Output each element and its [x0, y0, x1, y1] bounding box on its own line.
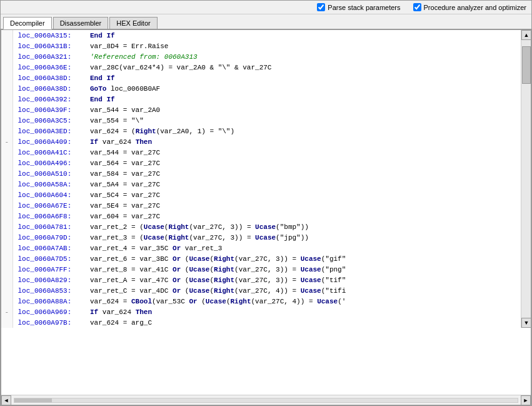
proc-analyzer-checkbox[interactable]: [413, 3, 421, 11]
gutter-cell: [1, 51, 13, 62]
code-cell: var_624 = CBool(var_53C Or (Ucase(Right(…: [88, 296, 521, 307]
scrollbar-x[interactable]: ◄ ►: [1, 395, 531, 405]
gutter-cell: [1, 179, 13, 190]
table-row: loc_0060A88A: var_624 = CBool(var_53C Or…: [1, 296, 521, 307]
gutter-cell: [1, 30, 13, 41]
gutter-cell: [1, 147, 13, 158]
code-cell: var_584 = var_27C: [88, 168, 521, 179]
addr-cell: loc_0060A36E:: [13, 62, 88, 73]
scroll-x-track[interactable]: [14, 398, 518, 403]
code-cell: var_ret_C = var_4DC Or (Ucase(Right(var_…: [88, 285, 521, 296]
table-row: -loc_0060A969:If var_624 Then: [1, 307, 521, 317]
table-row: loc_0060A31B:var_8D4 = Err.Raise: [1, 41, 521, 51]
code-cell: var_564 = var_27C: [88, 158, 521, 168]
addr-cell: loc_0060A88A:: [13, 296, 88, 307]
scroll-up-button[interactable]: ▲: [521, 30, 531, 40]
code-cell: var_624 = arg_C: [88, 317, 521, 328]
parse-stack-checkbox[interactable]: [317, 3, 325, 11]
addr-cell: loc_0060A31B:: [13, 41, 88, 51]
scroll-left-button[interactable]: ◄: [1, 395, 11, 405]
table-row: loc_0060A7FF: var_ret_8 = var_41C Or (Uc…: [1, 264, 521, 275]
addr-cell: loc_0060A6F8:: [13, 211, 88, 221]
addr-cell: loc_0060A3C5:: [13, 115, 88, 126]
addr-cell: loc_0060A58A:: [13, 179, 88, 190]
addr-cell: loc_0060A315:: [13, 30, 88, 41]
table-row: loc_0060A58A: var_5A4 = var_27C: [1, 179, 521, 190]
table-row: loc_0060A38D:GoTo loc_0060B0AF: [1, 83, 521, 94]
code-cell: 'Referenced from: 0060A313: [88, 51, 521, 62]
addr-cell: loc_0060A496:: [13, 158, 88, 168]
table-row: loc_0060A392:End If: [1, 94, 521, 104]
scroll-x-thumb[interactable]: [14, 398, 52, 402]
tab-bar: Decompiler Disassembler HEX Editor: [1, 14, 531, 29]
addr-cell: loc_0060A7D5:: [13, 253, 88, 264]
code-cell: var_ret_8 = var_41C Or (Ucase(Right(var_…: [88, 264, 521, 275]
table-row: loc_0060A7AB: var_ret_4 = var_35C Or var…: [1, 243, 521, 253]
gutter-cell: [1, 221, 13, 232]
addr-cell: loc_0060A392:: [13, 94, 88, 104]
table-row: loc_0060A7D5: var_ret_6 = var_3BC Or (Uc…: [1, 253, 521, 264]
addr-cell: loc_0060A97B:: [13, 317, 88, 328]
table-row: loc_0060A97B: var_624 = arg_C: [1, 317, 521, 328]
addr-cell: loc_0060A39F:: [13, 104, 88, 115]
code-cell: var_8D4 = Err.Raise: [88, 41, 521, 51]
code-cell: GoTo loc_0060B0AF: [88, 83, 521, 94]
gutter-cell: [1, 126, 13, 136]
addr-cell: loc_0060A7FF:: [13, 264, 88, 275]
gutter-cell: [1, 115, 13, 126]
gutter-cell: [1, 200, 13, 211]
table-row: loc_0060A3ED:var_624 = (Right(var_2A0, 1…: [1, 126, 521, 136]
table-row: loc_0060A36E:var_28C(var_624*4) = var_2A…: [1, 62, 521, 73]
code-cell: var_5E4 = var_27C: [88, 200, 521, 211]
code-cell: var_544 = var_27C: [88, 147, 521, 158]
gutter-cell: [1, 41, 13, 51]
table-row: loc_0060A496: var_564 = var_27C: [1, 158, 521, 168]
table-row: loc_0060A3C5:var_554 = "\": [1, 115, 521, 126]
addr-cell: loc_0060A3ED:: [13, 126, 88, 136]
table-row: loc_0060A79D: var_ret_3 = (Ucase(Right(v…: [1, 232, 521, 243]
gutter-cell: [1, 104, 13, 115]
addr-cell: loc_0060A7AB:: [13, 243, 88, 253]
code-cell: var_ret_3 = (Ucase(Right(var_27C, 3)) = …: [88, 232, 521, 243]
gutter-cell: -: [1, 136, 13, 147]
gutter-cell: [1, 317, 13, 328]
table-row: loc_0060A315:End If: [1, 30, 521, 41]
addr-cell: loc_0060A604:: [13, 190, 88, 200]
table-row: loc_0060A510: var_584 = var_27C: [1, 168, 521, 179]
proc-analyzer-checkbox-label[interactable]: Procedure analyzer and optimizer: [413, 3, 526, 11]
addr-cell: loc_0060A853:: [13, 285, 88, 296]
scroll-thumb[interactable]: [522, 46, 531, 84]
tab-hex-editor[interactable]: HEX Editor: [109, 17, 157, 29]
gutter-cell: [1, 275, 13, 285]
code-cell: var_554 = "\": [88, 115, 521, 126]
table-row: loc_0060A321:'Referenced from: 0060A313: [1, 51, 521, 62]
code-cell: var_ret_6 = var_3BC Or (Ucase(Right(var_…: [88, 253, 521, 264]
addr-cell: loc_0060A829:: [13, 275, 88, 285]
gutter-cell: -: [1, 307, 13, 317]
code-cell: var_ret_A = var_47C Or (Ucase(Right(var_…: [88, 275, 521, 285]
addr-cell: loc_0060A409:: [13, 136, 88, 147]
addr-cell: loc_0060A321:: [13, 51, 88, 62]
code-cell: var_604 = var_27C: [88, 211, 521, 221]
title-bar: Parse stack parameters Procedure analyze…: [1, 1, 531, 14]
addr-cell: loc_0060A38D:: [13, 73, 88, 83]
tab-decompiler[interactable]: Decompiler: [3, 17, 52, 29]
parse-stack-checkbox-label[interactable]: Parse stack parameters: [317, 3, 400, 11]
table-row: loc_0060A604: var_5C4 = var_27C: [1, 190, 521, 200]
scroll-down-button[interactable]: ▼: [521, 318, 531, 328]
code-cell: var_28C(var_624*4) = var_2A0 & "\" & var…: [88, 62, 521, 73]
scroll-right-button[interactable]: ►: [521, 395, 531, 405]
code-cell: var_ret_2 = (Ucase(Right(var_27C, 3)) = …: [88, 221, 521, 232]
tab-disassembler[interactable]: Disassembler: [53, 17, 109, 29]
scroll-track[interactable]: [521, 40, 531, 318]
gutter-cell: [1, 211, 13, 221]
code-cell: var_5C4 = var_27C: [88, 190, 521, 200]
code-area: loc_0060A315:End Ifloc_0060A31B:var_8D4 …: [1, 29, 531, 405]
scrollbar-y[interactable]: ▲ ▼: [521, 30, 531, 328]
code-scroll[interactable]: loc_0060A315:End Ifloc_0060A31B:var_8D4 …: [1, 30, 531, 395]
table-row: loc_0060A6F8: var_604 = var_27C: [1, 211, 521, 221]
code-cell: If var_624 Then: [88, 307, 521, 317]
addr-cell: loc_0060A781:: [13, 221, 88, 232]
gutter-cell: [1, 190, 13, 200]
code-cell: If var_624 Then: [88, 136, 521, 147]
